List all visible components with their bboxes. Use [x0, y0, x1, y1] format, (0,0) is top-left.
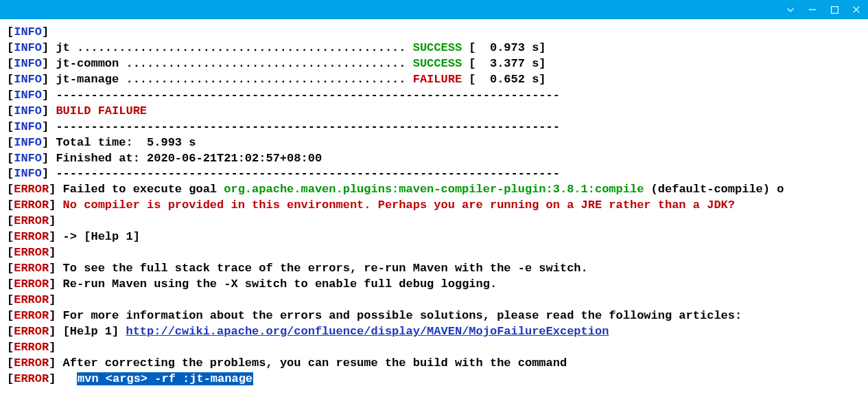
console-text: org.apache.maven.plugins:maven-compiler-…	[224, 183, 644, 196]
console-line: [ERROR] After correcting the problems, y…	[7, 356, 861, 372]
error-tag: ERROR	[14, 183, 49, 196]
console-text: [Help 1]	[63, 325, 119, 338]
console-line: [INFO] Finished at: 2020-06-21T21:02:57+…	[7, 151, 861, 167]
console-line: [ERROR]	[7, 293, 861, 308]
console-text: jt .....................................…	[49, 41, 413, 54]
console-text: ----------------------------------------…	[49, 120, 560, 133]
console-text: -e	[518, 262, 532, 275]
console-text: [ 0.973 s]	[462, 41, 546, 54]
console-text	[644, 183, 650, 196]
console-text: [Help 1]	[84, 230, 140, 243]
minimize-icon[interactable]	[806, 3, 819, 16]
error-tag: ERROR	[14, 230, 49, 243]
console-text: FAILURE	[413, 73, 462, 86]
error-tag: ERROR	[14, 309, 49, 322]
console-text: [ 0.652 s]	[462, 73, 546, 86]
console-line: [ERROR] To see the full stack trace of t…	[7, 261, 861, 277]
console-text	[56, 325, 62, 338]
console-text: No compiler is provided in this environm…	[56, 199, 735, 212]
console-text: SUCCESS	[413, 57, 462, 70]
console-text: BUILD FAILURE	[49, 104, 147, 117]
console-text: o	[770, 183, 784, 196]
console-text: Finished at: 2020-06-21T21:02:57+08:00	[49, 152, 322, 165]
info-tag: INFO	[14, 136, 42, 149]
console-line: [INFO] ---------------------------------…	[7, 166, 861, 182]
console-line: [ERROR]	[7, 340, 861, 356]
console-text: For more information about the errors an…	[56, 309, 742, 322]
console-text: [ 3.377 s]	[462, 57, 546, 70]
error-tag: ERROR	[14, 214, 49, 227]
error-tag: ERROR	[14, 372, 49, 385]
console-line: [INFO] BUILD FAILURE	[7, 104, 861, 120]
info-tag: INFO	[14, 167, 42, 180]
console-text: switch to enable full debug logging.	[238, 278, 497, 291]
console-text: To see the full stack trace of the error…	[56, 262, 517, 275]
console-text	[119, 325, 126, 338]
console-text	[56, 372, 77, 385]
console-text: After correcting the problems, you can r…	[56, 356, 567, 370]
error-tag: ERROR	[14, 199, 49, 212]
console-output: [INFO][INFO] jt ........................…	[0, 19, 868, 394]
console-line: [ERROR] mvn <args> -rf :jt-manage	[7, 372, 861, 387]
console-line: [INFO] Total time: 5.993 s	[7, 135, 861, 151]
close-icon[interactable]	[850, 3, 863, 16]
info-tag: INFO	[14, 104, 42, 117]
console-line: [ERROR] For more information about the e…	[7, 308, 861, 324]
maximize-icon[interactable]	[828, 3, 841, 16]
console-text: SUCCESS	[413, 41, 462, 54]
chevron-down-icon[interactable]	[784, 3, 797, 16]
console-line: [ERROR]	[7, 214, 861, 229]
console-line: [ERROR] -> [Help 1]	[7, 229, 861, 245]
info-tag: INFO	[14, 120, 42, 133]
console-text: Re-run Maven using the	[56, 278, 224, 291]
info-tag: INFO	[14, 41, 42, 54]
console-line: [INFO] jt-common .......................…	[7, 56, 861, 72]
info-tag: INFO	[14, 152, 42, 165]
error-tag: ERROR	[14, 278, 49, 291]
console-text: Failed to execute goal	[56, 183, 224, 196]
console-line: [ERROR] Failed to execute goal org.apach…	[7, 182, 861, 198]
console-text: -X	[224, 278, 237, 291]
svg-rect-1	[831, 6, 838, 13]
console-line: [INFO] jt-manage .......................…	[7, 72, 861, 88]
console-text: switch.	[532, 262, 588, 275]
resume-command: mvn <args> -rf :jt-manage	[77, 372, 253, 385]
console-line: [INFO] ---------------------------------…	[7, 120, 861, 135]
console-line: [INFO] jt ..............................…	[7, 41, 861, 56]
console-text: ----------------------------------------…	[49, 167, 560, 180]
console-line: [ERROR] Re-run Maven using the -X switch…	[7, 277, 861, 293]
console-line: [INFO]	[7, 25, 861, 41]
console-text: Total time: 5.993 s	[49, 136, 196, 149]
info-tag: INFO	[14, 89, 42, 102]
console-line: [ERROR] [Help 1] http://cwiki.apache.org…	[7, 324, 861, 340]
window-titlebar	[0, 0, 868, 19]
console-text: ->	[56, 230, 84, 243]
help-link[interactable]: http://cwiki.apache.org/confluence/displ…	[126, 325, 609, 338]
console-text: ----------------------------------------…	[49, 89, 560, 102]
console-text: jt-common ..............................…	[49, 57, 413, 70]
console-line: [ERROR]	[7, 245, 861, 261]
error-tag: ERROR	[14, 246, 49, 259]
error-tag: ERROR	[14, 341, 49, 354]
console-text: jt-manage ..............................…	[49, 73, 413, 86]
info-tag: INFO	[14, 57, 42, 70]
error-tag: ERROR	[14, 356, 49, 370]
info-tag: INFO	[14, 73, 42, 86]
console-text: (default-compile)	[651, 183, 770, 196]
error-tag: ERROR	[14, 293, 49, 306]
error-tag: ERROR	[14, 325, 49, 338]
console-line: [ERROR] No compiler is provided in this …	[7, 198, 861, 214]
info-tag: INFO	[14, 25, 42, 38]
console-line: [INFO] ---------------------------------…	[7, 88, 861, 104]
error-tag: ERROR	[14, 262, 49, 275]
